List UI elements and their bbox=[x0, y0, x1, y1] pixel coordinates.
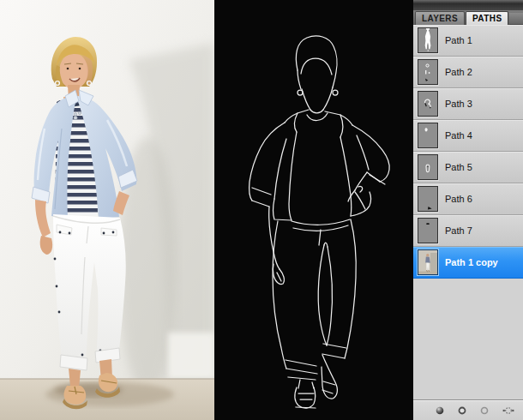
foot-outline-thumb-icon bbox=[418, 154, 438, 180]
photo-document[interactable] bbox=[0, 0, 214, 420]
load-path-as-selection-icon[interactable] bbox=[480, 403, 489, 418]
photo-thumbnail-icon bbox=[418, 249, 438, 275]
panel-empty-area bbox=[413, 279, 523, 399]
paths-list: Path 1 Path 2 bbox=[413, 25, 523, 279]
path-name: Path 4 bbox=[445, 130, 472, 141]
make-work-path-icon[interactable] bbox=[502, 403, 514, 418]
tab-layers[interactable]: LAYERS bbox=[415, 11, 465, 25]
small-dash-thumb-icon bbox=[418, 218, 438, 243]
path-name: Path 1 copy bbox=[445, 257, 498, 267]
outline-document-canvas[interactable] bbox=[214, 0, 413, 420]
path-row[interactable]: Path 7 bbox=[413, 215, 523, 247]
path-name: Path 6 bbox=[445, 194, 472, 204]
path-row[interactable]: Path 6 bbox=[413, 183, 523, 215]
stroke-path-icon[interactable] bbox=[458, 403, 466, 418]
pen-path-outline-drawing bbox=[214, 0, 413, 420]
path-name: Path 3 bbox=[445, 99, 472, 109]
panel-header-bar bbox=[413, 0, 523, 10]
scattered-marks-thumb-icon bbox=[418, 59, 438, 85]
path-row[interactable]: Path 5 bbox=[413, 152, 523, 183]
path-name: Path 1 bbox=[445, 35, 472, 45]
path-row[interactable]: Path 3 bbox=[413, 88, 523, 120]
path-row[interactable]: Path 2 bbox=[413, 57, 523, 88]
path-name: Path 7 bbox=[445, 225, 472, 236]
small-blob-thumb-icon bbox=[418, 123, 438, 148]
curl-shape-thumb-icon bbox=[418, 91, 438, 117]
path-row-selected[interactable]: Path 1 copy bbox=[413, 247, 523, 279]
paths-panel: LAYERS PATHS Path 1 bbox=[413, 0, 523, 420]
tab-bar-filler bbox=[509, 13, 523, 25]
tab-paths[interactable]: PATHS bbox=[466, 11, 508, 25]
path-row[interactable]: Path 1 bbox=[413, 25, 523, 57]
corner-triangle-thumb-icon bbox=[418, 186, 438, 212]
path-name: Path 2 bbox=[445, 67, 472, 77]
path-row[interactable]: Path 4 bbox=[413, 120, 523, 152]
panel-tabs: LAYERS PATHS bbox=[413, 10, 523, 25]
paths-panel-footer bbox=[413, 399, 523, 420]
path-name: Path 5 bbox=[445, 162, 472, 172]
photoshop-screenshot: LAYERS PATHS Path 1 bbox=[0, 0, 523, 420]
fill-path-icon[interactable] bbox=[436, 403, 444, 418]
figure-silhouette-thumb-icon bbox=[418, 27, 438, 53]
woman-photo-illustration bbox=[0, 0, 214, 420]
